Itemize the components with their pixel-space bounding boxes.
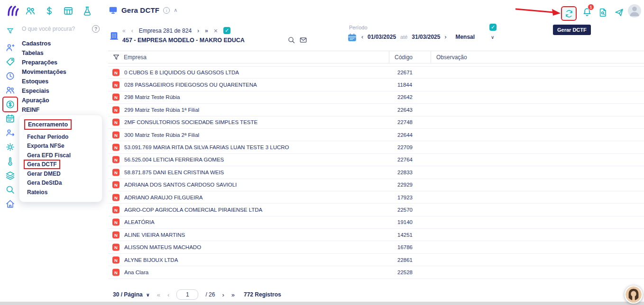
table-row[interactable]: N2MF CONSULTORIOS SOCIEDADE SIMPLES TEST… (108, 117, 644, 129)
first-page-button[interactable]: « (157, 291, 160, 298)
period-start-date[interactable]: 01/03/2025 (368, 34, 396, 40)
info-icon[interactable]: i (163, 7, 170, 14)
sidebar-item-tabelas[interactable]: Tabelas (22, 48, 106, 58)
period-mode-select[interactable]: Mensal (455, 34, 475, 40)
period-end-date[interactable]: 31/03/2025 (412, 34, 440, 40)
table-row[interactable]: N58.871.875 DANI ELEN CRISTINA WEIS22833 (108, 166, 644, 179)
status-badge: N (112, 256, 120, 263)
flask-icon[interactable] (82, 6, 92, 16)
company-counter: Empresa 281 de 824 (139, 27, 192, 34)
table-row[interactable]: NADRIANO ARAUJO FILGUEIRA17923 (108, 191, 644, 204)
empresa-cell: ALYNE BIJOUX LTDA (124, 257, 178, 263)
table-row[interactable]: N299 Matriz Teste Rúbia 1ª Filial22643 (108, 104, 644, 116)
table-row[interactable]: N53.091.769 MARIA RITA DA SILVA FARIAS L… (108, 141, 644, 153)
codigo-cell: 22528 (397, 269, 413, 275)
sidebar-item-movimentacoes[interactable]: Movimentações (22, 67, 106, 77)
sidebar-item-reinf[interactable]: REINF (22, 105, 106, 115)
search-input[interactable] (22, 26, 89, 32)
send-icon[interactable] (614, 8, 624, 18)
table-row[interactable]: N028 PASSAGEIROS FIDEGOSOS OU QUARENTENA… (108, 79, 644, 91)
sidebar-item-cadastros[interactable]: Cadastros (22, 39, 106, 48)
last-company-button[interactable]: » (205, 27, 208, 34)
prev-company-button[interactable]: ‹ (131, 27, 133, 34)
prev-period-button[interactable]: ‹ (361, 34, 363, 40)
calendar-grid-icon[interactable] (5, 114, 15, 124)
filter-icon[interactable] (6, 27, 14, 35)
next-page-button[interactable]: › (222, 291, 224, 298)
next-company-button[interactable]: › (197, 27, 199, 34)
gear-icon[interactable] (5, 142, 15, 152)
monitor-icon (109, 6, 118, 15)
topbar: Gera DCTF i ∧ 1 (0, 0, 644, 22)
thermometer-icon[interactable] (5, 156, 15, 166)
submenu-item-exporta-nfse[interactable]: Exporta NFSe (19, 142, 102, 151)
sidebar-item-encerramento[interactable]: Encerramento (24, 119, 72, 130)
table-icon[interactable] (63, 6, 74, 16)
period-mode-chevron-icon[interactable]: ∨ (491, 35, 494, 40)
dollar-icon[interactable] (44, 6, 55, 16)
submenu-item-gerar-dmed[interactable]: Gerar DMED (19, 169, 102, 179)
prev-page-button[interactable]: ‹ (167, 291, 169, 298)
column-header-observacao[interactable]: Observação (436, 54, 467, 61)
collapse-chevron-icon[interactable]: ∧ (174, 7, 177, 13)
submenu-item-gera-dctf[interactable]: Gera DCTF (19, 160, 102, 170)
layers-icon[interactable] (5, 170, 15, 180)
page-size-select[interactable]: 30 / Página ∨ (113, 291, 150, 298)
company-search-icon[interactable] (287, 36, 295, 44)
submenu-item-rateios[interactable]: Rateios (19, 188, 102, 197)
page-size-label: 30 / Página (113, 291, 143, 298)
tag-icon[interactable] (5, 57, 15, 67)
first-company-button[interactable]: « (122, 27, 126, 34)
app-logo-icon[interactable] (6, 4, 20, 18)
person-add-icon[interactable] (5, 43, 15, 53)
table-row[interactable]: N0 CUBOS E 8 LIQUIDOS OU GASOSOS LTDA226… (108, 66, 644, 79)
submenu-item-highlight: Gera DCTF (24, 160, 60, 169)
next-period-button[interactable]: › (444, 34, 446, 40)
support-chat-avatar[interactable] (625, 286, 643, 304)
table-row[interactable]: NAGRO-COP AGRICOLA COMERCIAL PIRAIENSE L… (108, 204, 644, 216)
status-badge: N (112, 219, 120, 226)
sidebar-item-apuracao[interactable]: Apuração (22, 96, 106, 105)
sidebar-item-estoques[interactable]: Estoques (22, 77, 106, 86)
table-row[interactable]: NALISSON MATEUS MACHADO16786 (108, 241, 644, 253)
submenu-item-gera-efd-fiscal[interactable]: Gera EFD Fiscal (19, 151, 102, 160)
codigo-cell: 22748 (397, 119, 413, 125)
search-icon[interactable] (5, 185, 15, 195)
submenu-item-fechar-periodo[interactable]: Fechar Período (19, 132, 102, 142)
column-header-empresa[interactable]: Empresa (124, 54, 147, 61)
users-icon[interactable] (5, 85, 15, 95)
table-row[interactable]: NALYNE BIJOUX LTDA22861 (108, 254, 644, 266)
person-arrow-icon[interactable] (5, 128, 15, 138)
mail-icon[interactable] (299, 36, 307, 44)
help-icon[interactable]: ? (92, 25, 100, 33)
table-row[interactable]: N298 Matriz Teste Rúbia22642 (108, 91, 644, 104)
clock-icon[interactable] (5, 71, 15, 81)
home-icon[interactable] (5, 199, 15, 209)
dollar-circle-icon[interactable] (5, 99, 15, 109)
table-row[interactable]: NALEATÓRIA19140 (108, 216, 644, 229)
company-checkbox[interactable]: ✓ (223, 27, 230, 34)
horizontal-scrollbar[interactable] (0, 302, 644, 305)
generate-dctf-button[interactable] (561, 6, 577, 21)
table-row[interactable]: N56.525.004 LETICIA FERREIRA GOMES22764 (108, 154, 644, 166)
codigo-cell: 19140 (397, 219, 413, 225)
last-page-button[interactable]: » (231, 291, 235, 298)
table-filter-icon[interactable] (112, 54, 120, 61)
empresa-cell: 298 Matriz Teste Rúbia (124, 94, 180, 100)
submenu-item-gera-destda[interactable]: Gera DeStDa (19, 179, 102, 188)
sidebar-item-especiais[interactable]: Especiais (22, 86, 106, 96)
notifications-button[interactable]: 1 (582, 7, 592, 18)
user-avatar[interactable] (628, 4, 641, 18)
table-row[interactable]: N300 Matriz Teste Rúbia 2ª Filial22644 (108, 129, 644, 141)
company-navigator: « ‹ Empresa 281 de 824 › » × ✓ 457 - EMP… (108, 27, 317, 47)
sidebar-item-preparacoes[interactable]: Preparações (22, 58, 106, 67)
page-number-input[interactable] (176, 289, 198, 300)
table-row[interactable]: NADRIANA DOS SANTOS CARDOSO SAVIOLI22929 (108, 179, 644, 191)
table-row[interactable]: NAna Clara22528 (108, 266, 644, 278)
file-search-icon[interactable] (598, 8, 608, 18)
users-icon[interactable] (25, 6, 36, 16)
close-icon[interactable]: × (214, 27, 218, 34)
table-row[interactable]: NALINE VIEIRA MARTINS14251 (108, 229, 644, 241)
column-header-codigo[interactable]: Código (395, 54, 413, 61)
period-checkbox[interactable]: ✓ (489, 24, 497, 31)
